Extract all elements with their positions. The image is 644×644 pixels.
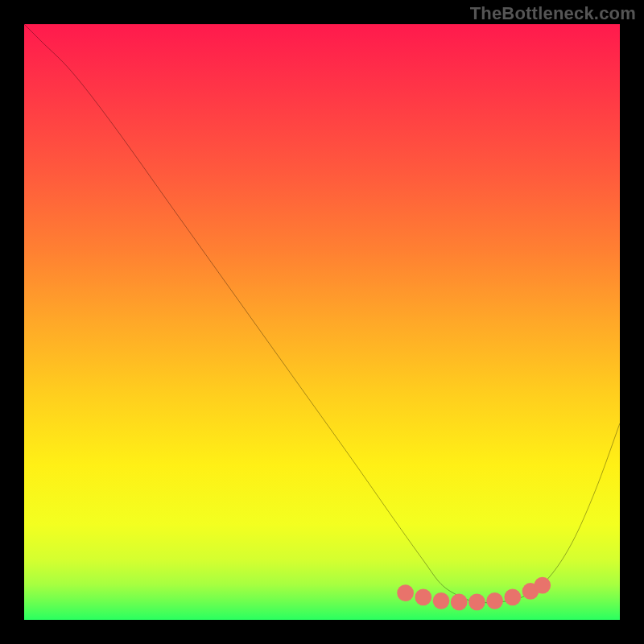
optimal-marker bbox=[534, 577, 551, 594]
bottleneck-chart bbox=[24, 24, 620, 620]
chart-stage: TheBottleneck.com bbox=[0, 0, 644, 644]
optimal-marker bbox=[433, 592, 450, 609]
optimal-marker bbox=[486, 592, 503, 609]
watermark-text: TheBottleneck.com bbox=[470, 3, 636, 24]
optimal-marker bbox=[415, 589, 431, 606]
optimal-marker bbox=[504, 589, 521, 606]
optimal-marker bbox=[469, 593, 485, 610]
optimal-marker bbox=[397, 584, 414, 601]
gradient-background bbox=[24, 24, 620, 620]
optimal-marker bbox=[451, 593, 468, 610]
